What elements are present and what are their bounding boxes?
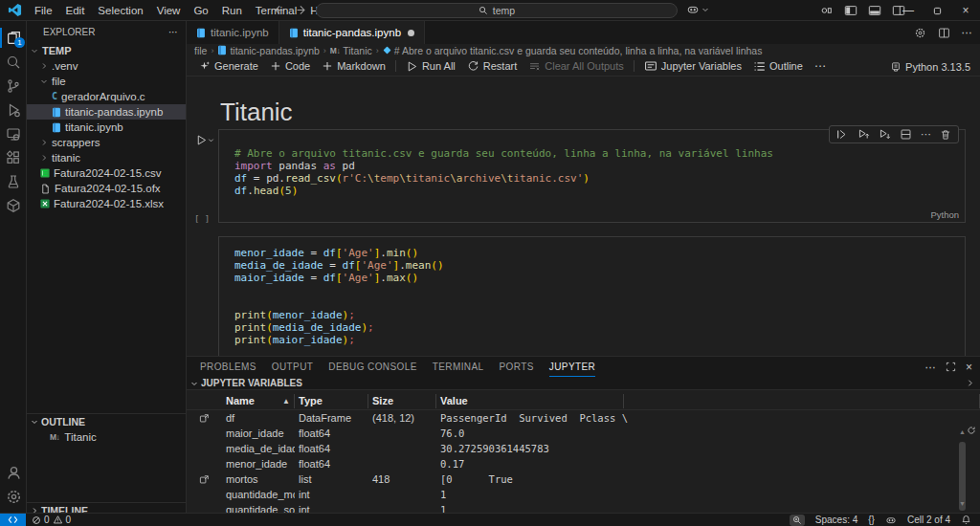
activity-settings[interactable] [0, 485, 27, 509]
activity-source-control[interactable] [0, 74, 27, 98]
code-editor-1[interactable]: # Abre o arquivo titanic.csv e guarda se… [234, 147, 961, 197]
remote-indicator[interactable] [0, 514, 26, 526]
split-editor-icon[interactable] [938, 27, 950, 39]
tree-item-titanic-ipynb[interactable]: titanic.ipynb [27, 120, 186, 135]
back-arrow-icon[interactable] [272, 4, 284, 16]
menu-file[interactable]: File [28, 0, 59, 21]
open-data-viewer-cell[interactable] [187, 474, 222, 485]
toolbar-code[interactable]: Code [264, 56, 316, 77]
menu-view[interactable]: View [150, 0, 188, 21]
copilot-status-icon[interactable] [885, 515, 897, 526]
forward-arrow-icon[interactable] [296, 4, 308, 16]
tree-root-temp[interactable]: TEMP [27, 43, 186, 58]
outline-item-titanic[interactable]: M↓ Titanic [27, 429, 186, 445]
menu-go[interactable]: Go [187, 0, 214, 21]
notebook-settings-gear-icon[interactable] [914, 27, 926, 39]
run-below-icon[interactable] [879, 128, 891, 141]
activity-accounts[interactable] [0, 461, 27, 485]
run-above-icon[interactable] [858, 128, 870, 141]
variable-row-df[interactable]: dfDataFrame(418, 12)PassengerId Survived… [187, 410, 980, 426]
toolbar-jupyter-variables[interactable]: Jupyter Variables [638, 56, 747, 77]
tree-item-file[interactable]: file [27, 74, 186, 89]
tree-item--venv[interactable]: .venv [27, 58, 186, 74]
command-center-search[interactable]: temp [316, 3, 678, 18]
tab-titanic-pandas-ipynb[interactable]: titanic-pandas.ipynb [279, 21, 425, 44]
timeline-header[interactable]: TIMELINE [27, 503, 186, 513]
jupyter-variables-header[interactable]: JUPYTER VARIABLES [187, 377, 980, 390]
scroll-up-icon[interactable]: ▲ [958, 428, 967, 435]
tree-item-fatura2024-02-15-csv[interactable]: Fatura2024-02-15.csv [27, 165, 186, 181]
open-data-viewer-cell[interactable] [187, 413, 222, 424]
tab-titanic-ipynb[interactable]: titanic.ipynb [187, 21, 279, 44]
tree-item-geradorarquivo-c[interactable]: CgeradorArquivo.c [27, 89, 186, 104]
toolbar-markdown[interactable]: Markdown [316, 56, 391, 77]
tree-item-fatura2024-02-15-xlsx[interactable]: Fatura2024-02-15.xlsx [27, 196, 186, 211]
execute-above-icon[interactable] [836, 128, 849, 141]
modified-dot[interactable] [408, 30, 414, 36]
variable-row-media_de_idade[interactable]: media_de_idadefloat6430.272590361445783 [187, 441, 980, 456]
toggle-panel-icon[interactable] [868, 4, 881, 17]
brackets-status[interactable]: {} [868, 515, 875, 525]
notebook-content[interactable]: Titanic # Abre o arquivo titanic.csv e g… [187, 77, 980, 356]
panel-tab-terminal[interactable]: TERMINAL [433, 357, 484, 377]
scroll-down-icon[interactable]: ▼ [958, 500, 967, 507]
tree-item-fatura2024-02-15-ofx[interactable]: Fatura2024-02-15.ofx [27, 181, 186, 196]
code-editor-2[interactable]: menor_idade = df['Age'].min()media_de_id… [234, 247, 961, 346]
toolbar-outline[interactable]: Outline [747, 56, 809, 77]
panel-tab-problems[interactable]: PROBLEMS [200, 357, 256, 377]
column-header-type[interactable]: Type [295, 394, 368, 408]
run-cell-button[interactable] [195, 134, 214, 146]
variable-row-menor_idade[interactable]: menor_idadefloat640.17 [187, 456, 980, 471]
indentation-status[interactable]: Spaces: 4 [815, 515, 858, 525]
breadcrumb-item[interactable]: M↓Titanic [330, 45, 372, 56]
toolbar-more[interactable]: ⋯ [809, 56, 833, 77]
toggle-sidebar-icon[interactable] [844, 4, 858, 17]
tree-item-titanic-pandas-ipynb[interactable]: titanic-pandas.ipynb [27, 104, 186, 120]
refresh-variables-icon[interactable] [967, 426, 976, 435]
code-cell-2[interactable]: menor_idade = df['Age'].min()media_de_id… [218, 236, 966, 356]
column-header-name[interactable]: Name▲ [222, 394, 295, 408]
panel-more-actions-icon[interactable]: ⋯ [924, 361, 936, 374]
explorer-more-actions-icon[interactable]: ⋯ [168, 27, 178, 37]
outline-header[interactable]: OUTLINE [27, 414, 186, 429]
panel-tab-jupyter[interactable]: JUPYTER [549, 357, 595, 377]
maximize-panel-icon[interactable] [946, 362, 956, 372]
breadcrumb-item[interactable]: titanic-pandas.ipynb [217, 45, 319, 56]
tree-item-titanic[interactable]: titanic [27, 150, 186, 165]
tree-item-scrappers[interactable]: scrappers [27, 135, 186, 150]
breadcrumb-item[interactable]: # Abre o arquivo titanic.csv e guarda se… [383, 45, 763, 56]
panel-tab-ports[interactable]: PORTS [500, 357, 534, 377]
cell-position-status[interactable]: Cell 2 of 4 [907, 515, 950, 525]
minimize-button[interactable]: — [894, 0, 923, 21]
cell-more-actions-icon[interactable]: ⋯ [921, 128, 931, 141]
activity-run-debug[interactable] [0, 98, 27, 121]
variable-row-quantidade_sobr[interactable]: quantidade_sobrint1 [187, 502, 980, 513]
editor-more-actions-icon[interactable]: ⋯ [962, 26, 973, 39]
activity-remote-explorer[interactable] [0, 121, 27, 145]
scroll-right-icon[interactable] [966, 379, 974, 387]
split-cell-icon[interactable] [900, 128, 912, 141]
copilot-menu[interactable] [686, 3, 709, 16]
variable-row-maior_idade[interactable]: maior_idadefloat6476.0 [187, 426, 980, 441]
activity-extensions[interactable] [0, 145, 27, 169]
delete-cell-icon[interactable] [940, 129, 951, 141]
restore-button[interactable] [923, 0, 951, 21]
kernel-picker[interactable]: Python 3.13.5 [890, 56, 970, 77]
toolbar-run-all[interactable]: Run All [400, 56, 461, 77]
activity-explorer[interactable]: 1 [0, 26, 27, 50]
close-panel-icon[interactable]: × [966, 361, 972, 374]
menu-selection[interactable]: Selection [91, 0, 149, 21]
close-button[interactable]: × [951, 0, 980, 21]
table-scrollbar[interactable]: ▲ ▼ [958, 428, 967, 507]
menu-edit[interactable]: Edit [59, 0, 92, 21]
column-header-value[interactable]: Value [436, 394, 624, 408]
problems-status[interactable]: 0 0 [26, 515, 77, 525]
panel-tab-debug-console[interactable]: DEBUG CONSOLE [328, 357, 416, 377]
activity-search[interactable] [0, 50, 27, 74]
variable-row-mortos[interactable]: mortoslist418[0 True [187, 471, 980, 487]
notifications-bell-icon[interactable] [961, 515, 971, 525]
toolbar-restart[interactable]: Restart [461, 56, 523, 77]
toolbar-generate[interactable]: Generate [192, 56, 264, 77]
keyboard-indicator-icon[interactable] [820, 4, 834, 17]
zoom-status-icon[interactable] [790, 515, 805, 526]
